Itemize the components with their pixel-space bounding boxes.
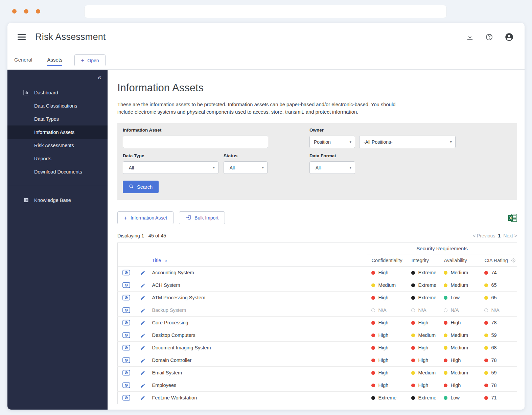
edit-icon[interactable] (140, 345, 145, 351)
edit-icon[interactable] (140, 383, 145, 388)
table-row: Desktop ComputersHighMediumMedium59 (118, 329, 517, 342)
window-control-dot[interactable] (36, 9, 40, 14)
level-label: 68 (491, 345, 496, 350)
sidebar-nav: DashboardData ClassificationsData TypesI… (7, 86, 108, 178)
sidebar-item-download-documents[interactable]: Download Documents (7, 165, 108, 178)
data-format-value: -All- (314, 165, 322, 170)
status-dot (444, 271, 447, 275)
help-icon[interactable] (485, 33, 493, 41)
level-label: High (418, 383, 428, 388)
sidebar-item-label: Data Classifications (34, 103, 77, 109)
column-header-availability[interactable]: Availability (440, 254, 480, 267)
view-icon[interactable] (122, 320, 130, 326)
level-label: High (378, 295, 388, 300)
collapse-sidebar-icon[interactable]: « (97, 73, 101, 81)
level-label: High (450, 383, 461, 388)
open-button-label: Open (87, 58, 99, 63)
bulk-import-button[interactable]: Bulk Import (179, 211, 225, 224)
pagination-current-page[interactable]: 1 (498, 233, 501, 238)
view-icon[interactable] (122, 395, 130, 401)
view-icon[interactable] (122, 370, 130, 376)
open-button[interactable]: + Open (74, 54, 105, 66)
chevron-down-icon: ▾ (349, 140, 351, 144)
asset-title: Desktop Computers (150, 329, 368, 342)
view-icon[interactable] (122, 295, 130, 301)
pagination-next[interactable]: Next > (503, 233, 517, 238)
edit-icon[interactable] (140, 320, 145, 326)
status-dot (484, 321, 488, 325)
group-header-spacer (118, 243, 368, 254)
level-label: Medium (378, 282, 396, 288)
table-row: ATM Processing SystemHighExtremeLow65 (118, 292, 517, 304)
edit-icon[interactable] (140, 270, 145, 276)
sidebar-item-reports[interactable]: Reports (7, 152, 108, 165)
filter-label-owner: Owner (309, 128, 456, 133)
view-icon[interactable] (122, 332, 130, 338)
actions-row: + Information Asset Bulk Import (117, 211, 517, 224)
view-icon[interactable] (122, 282, 130, 288)
view-icon[interactable] (122, 357, 130, 363)
edit-icon[interactable] (140, 358, 145, 363)
data-format-select[interactable]: -All- ▾ (309, 161, 355, 174)
column-header-integrity[interactable]: Integrity (407, 254, 440, 267)
asset-title: Email System (150, 367, 368, 379)
view-icon[interactable] (122, 345, 130, 351)
information-asset-input[interactable] (123, 136, 268, 148)
search-button[interactable]: Search (123, 181, 159, 193)
tab-assets[interactable]: Assets (47, 57, 62, 66)
address-bar[interactable] (85, 5, 446, 18)
table-row: Backup SystemN/AN/AN/AN/A (118, 304, 517, 317)
owner-position-value: -All Positions- (364, 139, 393, 145)
tab-general[interactable]: General (14, 57, 32, 66)
status-select[interactable]: -All- ▾ (224, 161, 268, 174)
status-dot (411, 371, 415, 375)
sidebar-item-information-assets[interactable]: Information Assets (7, 125, 108, 139)
level-label: High (450, 358, 461, 363)
edit-icon[interactable] (140, 283, 145, 288)
owner-type-select[interactable]: Position ▾ (309, 136, 355, 148)
level-label: 78 (491, 383, 496, 388)
window-control-dot[interactable] (24, 9, 28, 14)
sidebar-item-dashboard[interactable]: Dashboard (7, 86, 108, 99)
data-type-select[interactable]: -All- ▾ (123, 161, 218, 174)
column-header-confidentiality[interactable]: Confidentiality (367, 254, 407, 267)
sort-asc-icon: ▲ (164, 259, 167, 262)
level-label: N/A (378, 307, 386, 313)
window-control-dot[interactable] (12, 9, 17, 14)
book-icon (23, 197, 34, 203)
edit-icon[interactable] (140, 333, 145, 338)
excel-export-icon[interactable]: X (508, 214, 517, 222)
status-dot (411, 308, 415, 312)
filter-label-data-format: Data Format (309, 153, 355, 158)
status-dot (444, 384, 447, 387)
view-icon[interactable] (122, 382, 130, 388)
level-label: 65 (491, 282, 496, 288)
chevron-down-icon: ▾ (450, 140, 452, 144)
menu-icon[interactable] (18, 34, 26, 40)
filter-label-data-type: Data Type (123, 153, 218, 158)
sidebar-item-knowledge-base[interactable]: Knowledge Base (7, 193, 108, 207)
edit-icon[interactable] (140, 308, 145, 313)
sidebar-item-data-types[interactable]: Data Types (7, 112, 108, 125)
owner-position-select[interactable]: -All Positions- ▾ (359, 136, 456, 148)
table-row: ACH SystemMediumExtremeMedium65 (118, 279, 517, 292)
add-information-asset-button[interactable]: + Information Asset (117, 211, 174, 224)
table-row: Core ProcessingHighHighHigh78 (118, 317, 517, 329)
edit-icon[interactable] (140, 370, 145, 376)
column-header-cia-rating[interactable]: CIA Rating (480, 254, 517, 267)
sidebar-item-label: Download Documents (34, 169, 82, 175)
level-label: 78 (491, 358, 496, 363)
view-icon[interactable] (122, 307, 130, 313)
column-header-title[interactable]: Title ▲ (150, 254, 368, 267)
avatar-icon[interactable] (505, 32, 514, 42)
view-icon[interactable] (122, 270, 130, 276)
pagination-previous[interactable]: < Previous (473, 233, 495, 238)
page-title: Information Assets (117, 82, 517, 94)
edit-icon[interactable] (140, 395, 145, 401)
sidebar-item-risk-assessments[interactable]: Risk Assessments (7, 139, 108, 152)
download-icon[interactable] (466, 33, 474, 41)
level-label: Medium (418, 332, 436, 338)
sidebar-item-data-classifications[interactable]: Data Classifications (7, 99, 108, 112)
edit-icon[interactable] (140, 295, 145, 301)
help-circle-icon[interactable] (511, 258, 516, 263)
